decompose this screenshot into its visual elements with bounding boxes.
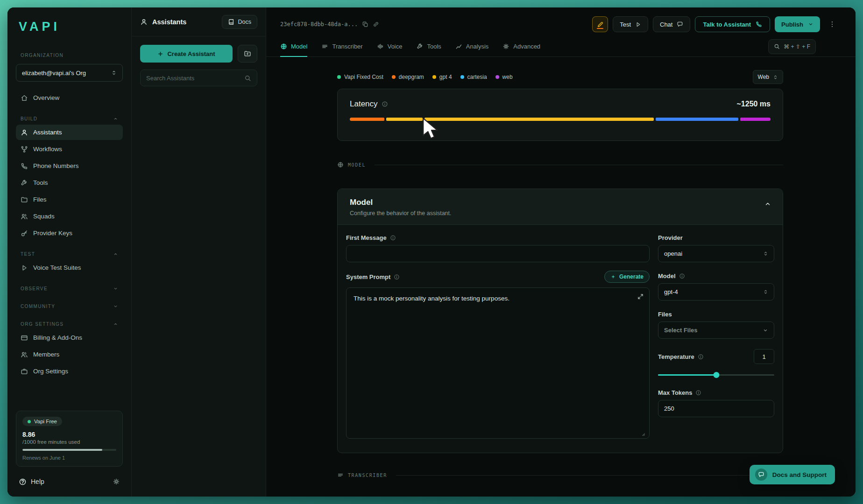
system-prompt-textarea[interactable]: This is a mock personality analysis for …: [346, 287, 650, 439]
sidebar-section-build[interactable]: BUILD: [16, 112, 123, 125]
sidebar-item-label: Overview: [33, 94, 59, 101]
legend-dot: [392, 75, 396, 79]
latency-segment-gpt4-a: [386, 118, 423, 121]
globe-icon: [337, 161, 344, 168]
model-select[interactable]: gpt-4: [658, 283, 774, 301]
sidebar-item-overview[interactable]: Overview: [16, 90, 123, 105]
kebab-menu-icon[interactable]: [828, 21, 836, 28]
sidebar-item-voice-test-suites[interactable]: Voice Test Suites: [16, 260, 123, 275]
tab-tools[interactable]: Tools: [417, 36, 441, 57]
plan-card: Vapi Free 8.86 /1000 free minutes used R…: [16, 411, 123, 467]
sidebar-item-squads[interactable]: Squads: [16, 209, 123, 224]
test-button[interactable]: Test: [613, 16, 648, 32]
info-icon[interactable]: [695, 390, 701, 396]
search-assistants-input[interactable]: [146, 75, 244, 82]
sidebar-item-phone-numbers[interactable]: Phone Numbers: [16, 158, 123, 174]
info-icon[interactable]: [679, 273, 685, 279]
sidebar-item-label: Assistants: [33, 129, 62, 136]
sidebar-item-tools[interactable]: Tools: [16, 175, 123, 190]
sidebar-item-label: Members: [33, 351, 59, 358]
chevron-down-icon: [808, 21, 813, 27]
assistants-search: [140, 70, 257, 86]
resize-handle-icon[interactable]: [641, 432, 646, 437]
tab-voice[interactable]: Voice: [377, 36, 403, 57]
plan-badge: Vapi Free: [22, 417, 62, 426]
legend-item-web: web: [495, 74, 513, 80]
book-icon: [228, 19, 234, 25]
platform-selector[interactable]: Web: [753, 70, 783, 84]
sidebar-item-label: Org Settings: [33, 368, 68, 375]
sidebar-item-label: Squads: [33, 213, 55, 220]
temperature-label: Temperature: [658, 353, 704, 360]
info-icon[interactable]: [390, 235, 396, 241]
help-icon[interactable]: [19, 478, 27, 486]
sidebar-item-label: Files: [33, 196, 47, 203]
sidebar-section-observe[interactable]: OBSERVE: [16, 282, 123, 294]
model-right-column: Provider openai Model: [658, 234, 774, 441]
chevron-down-icon: [763, 328, 768, 333]
create-assistant-button[interactable]: Create Assistant: [140, 45, 233, 63]
docs-button[interactable]: Docs: [222, 15, 257, 29]
slider-handle[interactable]: [713, 372, 719, 378]
content-scroll-area: Vapi Fixed Cost deepgram gpt 4 cartesia: [266, 57, 856, 497]
sidebar-section-community[interactable]: COMMUNITY: [16, 300, 123, 312]
temperature-slider[interactable]: [658, 372, 774, 378]
model-card-header: Model Configure the behavior of the assi…: [338, 189, 783, 225]
talk-to-assistant-button[interactable]: Talk to Assistant: [695, 16, 770, 32]
sidebar-item-org-settings[interactable]: Org Settings: [16, 364, 123, 379]
model-section-divider: MODEL: [337, 161, 783, 168]
usage-progress-fill: [22, 449, 102, 451]
tab-model[interactable]: Model: [280, 36, 307, 57]
publish-button[interactable]: Publish: [775, 16, 820, 32]
chevron-down-icon: [113, 304, 118, 309]
new-folder-button[interactable]: [238, 45, 257, 63]
sidebar-item-assistants[interactable]: Assistants: [16, 125, 123, 140]
sidebar-section-org-settings[interactable]: ORG SETTINGS: [16, 318, 123, 330]
info-icon[interactable]: [394, 274, 400, 280]
slider-fill: [658, 374, 716, 376]
search-shortcut[interactable]: ⌘ + ⇧ + F: [768, 39, 816, 54]
collapse-chevron-icon[interactable]: [764, 200, 771, 208]
copy-icon[interactable]: [362, 21, 368, 28]
shortcut-keys: ⌘ + ⇧ + F: [784, 43, 810, 50]
help-label[interactable]: Help: [31, 478, 44, 485]
app-window: VAPI ORGANIZATION elizabeth@vapi.ai's Or…: [7, 7, 856, 497]
legend-dot: [337, 75, 341, 79]
info-icon[interactable]: [698, 354, 704, 360]
gear-icon[interactable]: [113, 478, 120, 485]
max-tokens-input[interactable]: [658, 400, 774, 417]
files-label: Files: [658, 311, 774, 318]
chat-button[interactable]: Chat: [653, 16, 690, 32]
docs-and-support-button[interactable]: Docs and Support: [750, 465, 835, 484]
edit-pencil-button[interactable]: [592, 16, 608, 32]
org-selector[interactable]: elizabeth@vapi.ai's Org: [16, 64, 123, 82]
tab-analysis[interactable]: Analysis: [455, 36, 488, 57]
sidebar-section-test[interactable]: TEST: [16, 248, 123, 260]
sidebar-item-billing[interactable]: Billing & Add-Ons: [16, 330, 123, 345]
temperature-value-input[interactable]: [754, 349, 774, 364]
expand-icon[interactable]: [637, 293, 644, 300]
tab-advanced[interactable]: Advanced: [502, 36, 540, 57]
sidebar-item-provider-keys[interactable]: Provider Keys: [16, 225, 123, 241]
link-icon[interactable]: [373, 21, 379, 28]
sidebar-item-members[interactable]: Members: [16, 347, 123, 362]
play-icon: [21, 264, 28, 272]
files-select[interactable]: Select Files: [658, 322, 774, 339]
tab-transcriber[interactable]: Transcriber: [321, 36, 362, 57]
assistants-panel-body: Create Assistant: [132, 36, 266, 95]
sidebar-item-files[interactable]: Files: [16, 192, 123, 207]
legend-item-deepgram: deepgram: [392, 74, 424, 80]
sidebar-item-workflows[interactable]: Workflows: [16, 141, 123, 157]
system-prompt-label: System Prompt: [346, 273, 400, 280]
legend-item-gpt4: gpt 4: [432, 74, 452, 80]
globe-icon: [280, 43, 287, 50]
info-icon[interactable]: [382, 101, 388, 107]
assistants-panel-title: Assistants: [140, 18, 186, 26]
organization-label-text: ORGANIZATION: [21, 53, 64, 58]
legend-item-vapi-fixed-cost: Vapi Fixed Cost: [337, 74, 383, 80]
first-message-input[interactable]: [346, 245, 650, 262]
assistant-id-group: 23efc878-8dbb-48da-a...: [280, 21, 379, 28]
generate-button[interactable]: Generate: [604, 271, 650, 283]
provider-select[interactable]: openai: [658, 245, 774, 262]
divider-line: [375, 165, 783, 165]
